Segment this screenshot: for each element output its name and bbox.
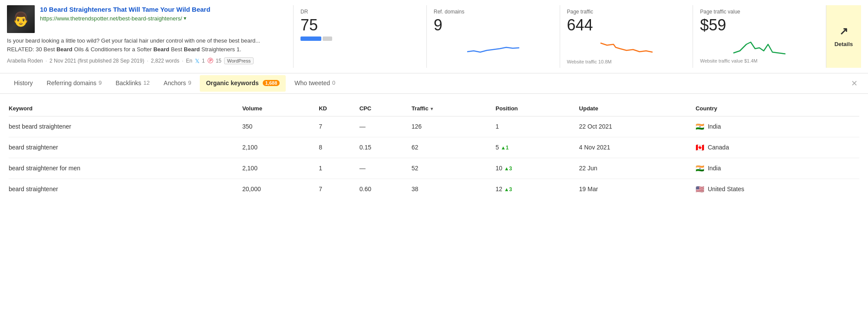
cms-badge: WordPress (224, 57, 254, 64)
meta-separator-3: · (182, 58, 183, 64)
page-traffic-value-label: Page traffic value (700, 9, 819, 15)
table-header: Keyword Volume KD CPC Traffic Position U… (9, 101, 859, 116)
external-link-icon: ▾ (184, 15, 186, 21)
article-author: Arabella Roden (7, 58, 43, 64)
cell-keyword-4: beard straightener (9, 179, 242, 199)
cell-traffic-2: 62 (412, 137, 496, 158)
metric-page-traffic-value: Page traffic value $59 Website traffic v… (693, 5, 826, 68)
twitter-icon: 𝕏 (195, 58, 199, 64)
close-button[interactable]: ✕ (848, 76, 861, 91)
flag-2: 🇨🇦 (696, 143, 704, 152)
cell-volume-4: 20,000 (242, 179, 319, 199)
dr-label: DR (300, 9, 419, 15)
article-thumbnail (7, 5, 35, 33)
cell-position-1: 1 (495, 116, 579, 137)
cell-keyword-2: beard straightener (9, 137, 242, 158)
dr-value: 75 (300, 17, 419, 34)
meta-separator-2: · (147, 58, 148, 64)
page-traffic-value-chart (700, 36, 819, 57)
cell-country-2: 🇨🇦 Canada (696, 137, 859, 158)
table-row: beard straightener for men 2,100 1 — 52 … (9, 158, 859, 179)
cell-update-4: 19 Mar (579, 179, 696, 199)
country-cell-4: 🇺🇸 United States (696, 185, 854, 193)
position-change-2: ▲1 (501, 145, 509, 151)
tab-organic-keywords-label: Organic keywords (206, 80, 258, 86)
article-title-link[interactable]: 10 Beard Straighteners That Will Tame Yo… (40, 5, 284, 14)
twitter-count: 1 (202, 58, 205, 64)
ref-domains-label: Ref. domains (434, 9, 553, 15)
col-traffic[interactable]: Traffic (412, 101, 496, 116)
article-excerpt: Is your beard looking a little too wild?… (7, 36, 284, 53)
tab-referring-domains-count: 9 (99, 80, 102, 86)
table-row: beard straightener 2,100 8 0.15 62 5 ▲1 … (9, 137, 859, 158)
tab-who-tweeted[interactable]: Who tweeted 0 (287, 73, 342, 93)
tab-anchors-count: 9 (188, 80, 191, 86)
cell-keyword-1: best beard straightener (9, 116, 242, 137)
country-cell-2: 🇨🇦 Canada (696, 143, 854, 152)
tab-history-label: History (14, 80, 33, 86)
pinterest-count: 15 (216, 58, 221, 64)
dr-bar-empty (323, 36, 332, 41)
tab-organic-keywords[interactable]: Organic keywords 1,688 (200, 75, 286, 92)
page-traffic-value: 644 (567, 17, 686, 34)
country-name-1: India (708, 123, 721, 130)
tab-who-tweeted-count: 0 (332, 80, 335, 86)
table-row: best beard straightener 350 7 — 126 1 22… (9, 116, 859, 137)
keywords-table: Keyword Volume KD CPC Traffic Position U… (9, 101, 859, 199)
metric-page-traffic: Page traffic 644 Website traffic 10.8M (560, 5, 693, 68)
tab-history[interactable]: History (7, 73, 40, 93)
ref-domains-value: 9 (434, 17, 553, 34)
col-update[interactable]: Update (579, 101, 696, 116)
details-button[interactable]: ↗ Details (826, 5, 861, 68)
tab-referring-domains[interactable]: Referring domains 9 (40, 73, 109, 93)
cell-traffic-1: 126 (412, 116, 496, 137)
article-info: 10 Beard Straighteners That Will Tame Yo… (7, 5, 294, 68)
country-name-2: Canada (708, 144, 729, 151)
article-lang: En (186, 58, 192, 64)
details-btn-label: Details (835, 41, 853, 47)
cell-country-3: 🇮🇳 India (696, 158, 859, 179)
cell-position-4: 12 ▲3 (495, 179, 579, 199)
cell-kd-4: 7 (319, 179, 360, 199)
trend-icon: ↗ (839, 25, 848, 37)
col-position[interactable]: Position (495, 101, 579, 116)
dr-bar (300, 36, 419, 41)
col-country[interactable]: Country (696, 101, 859, 116)
article-header: 10 Beard Straighteners That Will Tame Yo… (7, 5, 284, 33)
cell-position-3: 10 ▲3 (495, 158, 579, 179)
meta-separator-1: · (46, 58, 47, 64)
dr-bar-filled (300, 36, 321, 41)
page-traffic-sub: Website traffic 10.8M (567, 59, 686, 64)
table-row: beard straightener 20,000 7 0.60 38 12 ▲… (9, 179, 859, 199)
col-keyword: Keyword (9, 101, 242, 116)
page-traffic-value-number: $59 (700, 17, 819, 34)
tab-backlinks-label: Backlinks (116, 80, 141, 86)
cell-cpc-4: 0.60 (360, 179, 412, 199)
metric-dr: DR 75 (294, 5, 427, 68)
flag-1: 🇮🇳 (696, 123, 704, 131)
article-url-link[interactable]: https://www.thetrendspotter.net/best-bea… (40, 15, 182, 22)
cell-volume-3: 2,100 (242, 158, 319, 179)
tabs-bar: History Referring domains 9 Backlinks 12… (0, 73, 868, 94)
metrics-section: DR 75 Ref. domains 9 Page traffic 644 We… (294, 5, 861, 68)
page-traffic-value-sub: Website traffic value $1.4M (700, 58, 819, 63)
cell-country-1: 🇮🇳 India (696, 116, 859, 137)
flag-4: 🇺🇸 (696, 185, 704, 193)
ref-domains-chart (434, 36, 553, 58)
article-url-row: https://www.thetrendspotter.net/best-bea… (40, 15, 284, 22)
cell-update-3: 22 Jun (579, 158, 696, 179)
tab-anchors[interactable]: Anchors 9 (157, 73, 198, 93)
cell-cpc-1: — (360, 116, 412, 137)
page-traffic-label: Page traffic (567, 9, 686, 15)
metric-ref-domains: Ref. domains 9 (427, 5, 560, 68)
tab-referring-domains-label: Referring domains (47, 80, 96, 86)
pinterest-icon: Ⓟ (208, 57, 213, 65)
cell-kd-1: 7 (319, 116, 360, 137)
cell-update-2: 4 Nov 2021 (579, 137, 696, 158)
country-cell-1: 🇮🇳 India (696, 123, 854, 131)
tab-backlinks[interactable]: Backlinks 12 (109, 73, 157, 93)
col-volume: Volume (242, 101, 319, 116)
header-row: Keyword Volume KD CPC Traffic Position U… (9, 101, 859, 116)
country-name-3: India (708, 165, 721, 172)
cell-country-4: 🇺🇸 United States (696, 179, 859, 199)
